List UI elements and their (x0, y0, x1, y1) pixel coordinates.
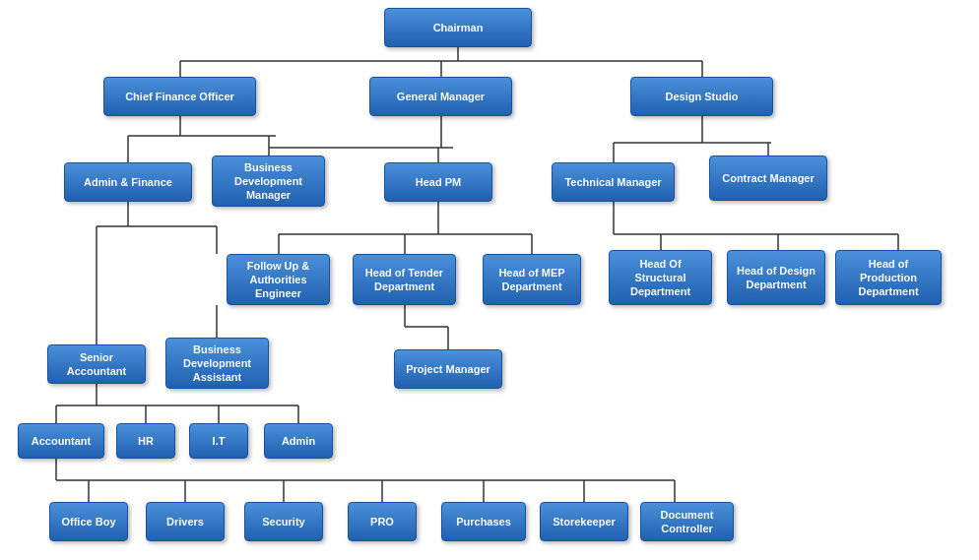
gm-node: General Manager (369, 77, 512, 116)
bdm-node: Business Development Manager (212, 156, 325, 207)
security-node: Security (244, 502, 323, 541)
pm-node: Project Manager (394, 349, 502, 389)
bda-node: Business Development Assistant (165, 338, 269, 389)
af-node: Admin & Finance (64, 162, 192, 202)
ob-node: Office Boy (49, 502, 128, 541)
dc-node: Document Controller (640, 502, 734, 541)
hr-node: HR (116, 423, 175, 459)
pro-node: PRO (348, 502, 417, 541)
cfo-node: Chief Finance Officer (103, 77, 256, 116)
drivers-node: Drivers (146, 502, 225, 541)
purchases-node: Purchases (441, 502, 526, 541)
hprod-node: Head of Production Department (835, 250, 942, 305)
acct-node: Accountant (18, 423, 104, 459)
sa-node: Senior Accountant (47, 344, 146, 384)
admin-node: Admin (264, 423, 333, 459)
it-node: I.T (189, 423, 248, 459)
ds-node: Design Studio (630, 77, 773, 116)
hpm-node: Head PM (384, 162, 492, 202)
hdesign-node: Head of Design Department (727, 250, 825, 305)
fuae-node: Follow Up & Authorities Engineer (227, 254, 330, 305)
org-chart: Chairman Chief Finance Officer General M… (0, 0, 979, 560)
cm-node: Contract Manager (709, 156, 827, 201)
hmep-node: Head of MEP Department (483, 254, 581, 305)
htd-node: Head of Tender Department (353, 254, 456, 305)
chairman-node: Chairman (384, 8, 532, 47)
hsd-node: Head Of Structural Department (609, 250, 712, 305)
storekeeper-node: Storekeeper (540, 502, 628, 541)
tm-node: Technical Manager (552, 162, 675, 202)
